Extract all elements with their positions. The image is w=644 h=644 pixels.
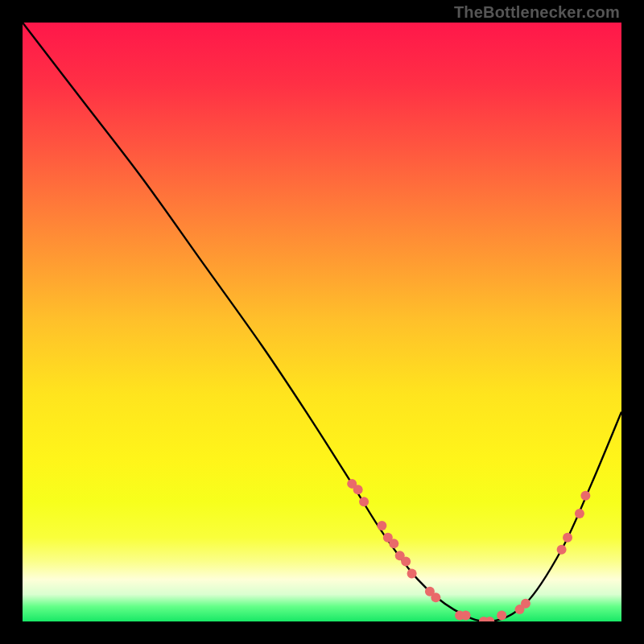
svg-rect-0 xyxy=(23,23,621,621)
chart-stage: TheBottlenecker.com xyxy=(0,0,644,644)
plot-area xyxy=(23,23,621,621)
background-gradient xyxy=(23,23,621,621)
watermark-text: TheBottlenecker.com xyxy=(454,3,620,22)
